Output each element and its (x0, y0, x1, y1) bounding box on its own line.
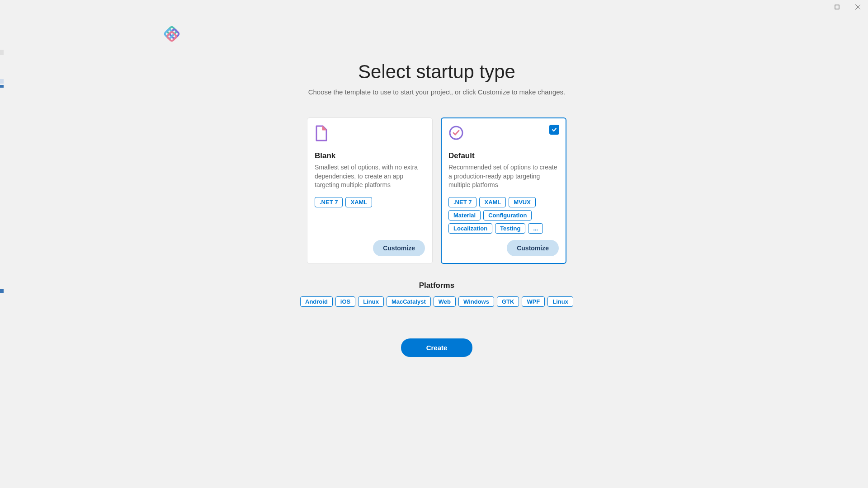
platforms-section: Platforms Android iOS Linux MacCatalyst … (300, 281, 573, 307)
platforms-title: Platforms (419, 281, 454, 290)
template-cards: Blank Smallest set of options, with no e… (307, 117, 566, 264)
wizard-window: Select startup type Choose the template … (5, 0, 868, 488)
tag: Testing (495, 223, 525, 234)
tag-more: ... (528, 223, 543, 234)
customize-button[interactable]: Customize (507, 240, 559, 256)
blank-template-icon (315, 125, 330, 141)
maximize-button[interactable] (826, 0, 847, 14)
platform-tag: Linux (547, 296, 573, 307)
card-description: Recommended set of options to create a p… (448, 163, 559, 190)
minimize-button[interactable] (806, 0, 826, 14)
platform-tag: Linux (358, 296, 384, 307)
customize-button[interactable]: Customize (373, 240, 425, 256)
wizard-content: Select startup type Choose the template … (5, 61, 868, 357)
card-title: Default (448, 151, 559, 160)
platform-tag: Windows (458, 296, 494, 307)
selected-checkmark-icon (549, 125, 559, 135)
create-button[interactable]: Create (401, 338, 473, 357)
uno-logo-icon (160, 23, 183, 47)
platform-tag: WPF (522, 296, 545, 307)
page-subtitle: Choose the template to use to start your… (308, 88, 566, 96)
page-title: Select startup type (358, 61, 515, 83)
tag: .NET 7 (448, 197, 476, 207)
platform-tag: GTK (497, 296, 519, 307)
card-title: Blank (315, 151, 425, 160)
card-tags: .NET 7 XAML (315, 197, 425, 207)
tag: Material (448, 210, 481, 221)
platform-tag: iOS (335, 296, 355, 307)
default-template-icon (448, 125, 464, 141)
svg-rect-1 (835, 5, 839, 9)
window-controls (806, 0, 868, 14)
platform-tag: MacCatalyst (387, 296, 431, 307)
tag: .NET 7 (315, 197, 343, 207)
template-card-default[interactable]: Default Recommended set of options to cr… (441, 117, 566, 264)
card-description: Smallest set of options, with no extra d… (315, 163, 425, 190)
tag: Configuration (483, 210, 532, 221)
tag: XAML (345, 197, 372, 207)
close-button[interactable] (847, 0, 868, 14)
background-window-edge (0, 0, 5, 488)
tag: XAML (479, 197, 506, 207)
tag: MVUX (509, 197, 536, 207)
platform-tag: Web (434, 296, 456, 307)
card-tags: .NET 7 XAML MVUX Material Configuration … (448, 197, 559, 234)
platforms-tags: Android iOS Linux MacCatalyst Web Window… (300, 296, 573, 307)
tag: Localization (448, 223, 492, 234)
template-card-blank[interactable]: Blank Smallest set of options, with no e… (307, 117, 433, 264)
platform-tag: Android (300, 296, 333, 307)
